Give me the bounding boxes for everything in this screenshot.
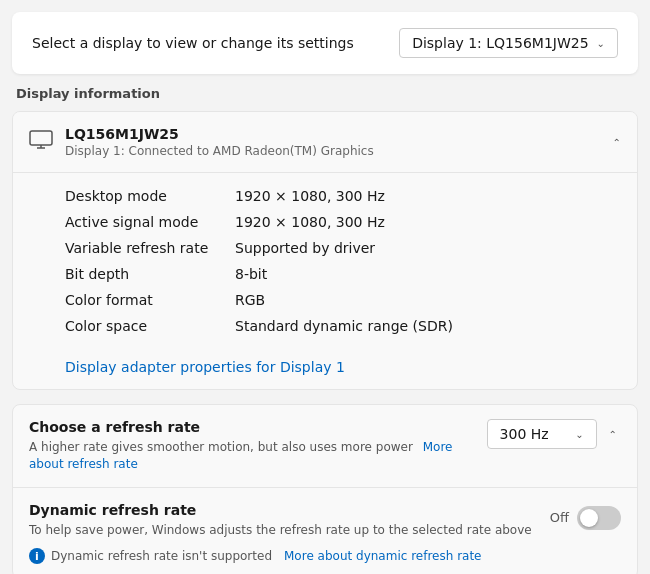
refresh-header: Choose a refresh rate A higher rate give…: [13, 405, 637, 487]
info-value: 1920 × 1080, 300 Hz: [235, 214, 385, 230]
refresh-dropdown-chevron-icon: ⌄: [575, 429, 583, 440]
display-name: LQ156M1JW25: [65, 126, 374, 142]
dynamic-refresh-section: Dynamic refresh rate To help save power,…: [13, 487, 637, 574]
dynamic-refresh-toggle[interactable]: [577, 506, 621, 530]
refresh-desc: A higher rate gives smoother motion, but…: [29, 439, 471, 473]
chevron-down-icon: ⌄: [597, 38, 605, 49]
display-info-title: Display information: [12, 86, 638, 101]
refresh-title: Choose a refresh rate: [29, 419, 471, 435]
info-value: Standard dynamic range (SDR): [235, 318, 453, 334]
not-supported-text: Dynamic refresh rate isn't supported: [51, 549, 272, 563]
refresh-rate-dropdown[interactable]: 300 Hz ⌄: [487, 419, 597, 449]
info-circle-icon: i: [29, 548, 45, 564]
table-row: Active signal mode1920 × 1080, 300 Hz: [65, 209, 621, 235]
toggle-knob: [580, 509, 598, 527]
svg-rect-0: [30, 131, 52, 145]
info-key: Color format: [65, 292, 235, 308]
info-table: Desktop mode1920 × 1080, 300 HzActive si…: [13, 173, 637, 349]
refresh-rate-card: Choose a refresh rate A higher rate give…: [12, 404, 638, 574]
info-value: 8-bit: [235, 266, 267, 282]
info-key: Bit depth: [65, 266, 235, 282]
display-adapter-link[interactable]: Display adapter properties for Display 1: [13, 349, 637, 389]
info-value: 1920 × 1080, 300 Hz: [235, 188, 385, 204]
refresh-section-chevron-up-icon[interactable]: ⌃: [605, 425, 621, 444]
dynamic-left: Dynamic refresh rate To help save power,…: [29, 502, 550, 539]
display-dropdown[interactable]: Display 1: LQ156M1JW25 ⌄: [399, 28, 618, 58]
toggle-label: Off: [550, 510, 569, 525]
info-value: Supported by driver: [235, 240, 375, 256]
chevron-up-icon[interactable]: ⌃: [613, 137, 621, 148]
info-key: Color space: [65, 318, 235, 334]
refresh-header-left: Choose a refresh rate A higher rate give…: [29, 419, 487, 473]
display-info-section: Display information LQ156M1JW25 Display …: [12, 86, 638, 390]
table-row: Color spaceStandard dynamic range (SDR): [65, 313, 621, 339]
dynamic-toggle-container: Off: [550, 506, 621, 530]
refresh-rate-section: Choose a refresh rate A higher rate give…: [12, 404, 638, 574]
display-dropdown-value: Display 1: LQ156M1JW25: [412, 35, 588, 51]
info-key: Active signal mode: [65, 214, 235, 230]
dynamic-refresh-desc: To help save power, Windows adjusts the …: [29, 522, 534, 539]
table-row: Desktop mode1920 × 1080, 300 Hz: [65, 183, 621, 209]
display-header: LQ156M1JW25 Display 1: Connected to AMD …: [13, 112, 637, 173]
info-value: RGB: [235, 292, 265, 308]
display-selector-card: Select a display to view or change its s…: [12, 12, 638, 74]
dynamic-refresh-title: Dynamic refresh rate: [29, 502, 534, 518]
refresh-header-right: 300 Hz ⌄ ⌃: [487, 419, 621, 449]
dynamic-header: Dynamic refresh rate To help save power,…: [29, 502, 621, 539]
display-info-card: LQ156M1JW25 Display 1: Connected to AMD …: [12, 111, 638, 390]
info-key: Variable refresh rate: [65, 240, 235, 256]
info-key: Desktop mode: [65, 188, 235, 204]
table-row: Color formatRGB: [65, 287, 621, 313]
not-supported-row: i Dynamic refresh rate isn't supported M…: [29, 548, 621, 564]
refresh-rate-value: 300 Hz: [500, 426, 549, 442]
display-selector-row: Select a display to view or change its s…: [32, 28, 618, 58]
table-row: Bit depth8-bit: [65, 261, 621, 287]
display-header-left: LQ156M1JW25 Display 1: Connected to AMD …: [29, 126, 374, 158]
refresh-desc-text: A higher rate gives smoother motion, but…: [29, 440, 413, 454]
more-about-dynamic-link[interactable]: More about dynamic refresh rate: [284, 549, 482, 563]
monitor-icon: [29, 130, 53, 155]
table-row: Variable refresh rateSupported by driver: [65, 235, 621, 261]
display-selector-label: Select a display to view or change its s…: [32, 35, 354, 51]
display-subtitle: Display 1: Connected to AMD Radeon(TM) G…: [65, 144, 374, 158]
